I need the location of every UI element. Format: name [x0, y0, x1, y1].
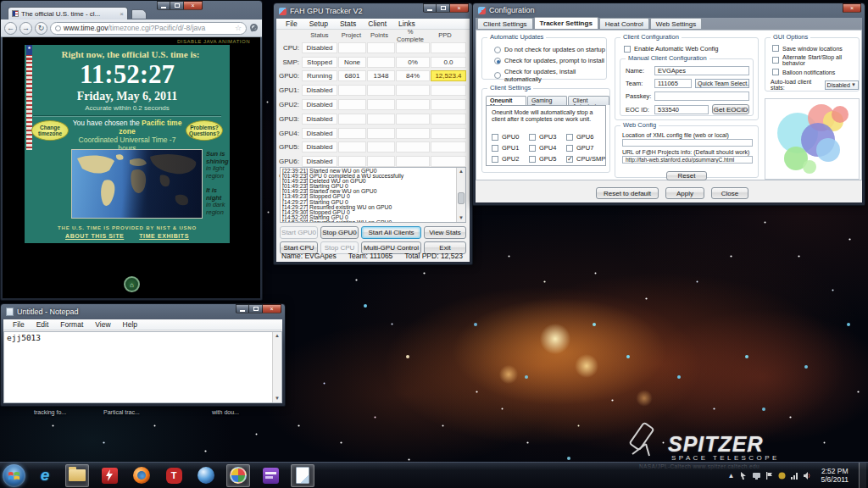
quick-team-select-dropdown[interactable]: Quick Team Select...▼ — [695, 79, 749, 88]
scroll-thumb[interactable] — [458, 192, 465, 204]
checkbox-gpu0[interactable]: GPU0 — [492, 131, 529, 142]
show-desktop-button[interactable] — [859, 463, 866, 488]
tray-update-icon[interactable] — [778, 472, 786, 480]
tray-monitor-icon[interactable] — [753, 472, 760, 480]
checkbox-save-window-locations[interactable]: Save window locations — [772, 45, 859, 52]
scroll-up-icon[interactable]: ▲ — [457, 168, 465, 175]
url-text[interactable]: www.time.gov/timezone.cgi?Pacific/d/-8/j… — [64, 24, 205, 32]
tab-tracker-settings[interactable]: Tracker Settings — [534, 17, 598, 29]
disable-java-link[interactable]: DISABLE JAVA ANIMATION — [177, 39, 250, 44]
close-button[interactable]: Close — [711, 187, 748, 199]
scroll-up-icon[interactable]: ▲ — [273, 332, 281, 340]
get-eocid-button[interactable]: Get EOCID — [712, 104, 749, 114]
checkbox-gpu6[interactable]: GPU6 — [566, 131, 605, 142]
tab-oneunit-mode[interactable]: Oneunit Mode — [486, 96, 526, 105]
scroll-down-icon[interactable]: ▼ — [457, 214, 465, 222]
tab-heat-control[interactable]: Heat Control — [599, 18, 649, 29]
checkbox-gpu2[interactable]: GPU2 — [492, 153, 529, 164]
menu-item[interactable]: File — [280, 19, 303, 28]
close-button[interactable]: × — [184, 1, 203, 10]
taskbar-internet-explorer-icon[interactable]: e — [33, 464, 57, 487]
checkbox-gpu1[interactable]: GPU1 — [492, 142, 529, 153]
minimize-button[interactable] — [157, 1, 170, 10]
notepad-titlebar[interactable]: Untitled - Notepad × — [1, 304, 285, 319]
xml-config-field[interactable] — [622, 139, 753, 147]
menu-item[interactable]: File — [7, 320, 31, 329]
taskbar-red-octagon-t-icon[interactable]: T — [162, 464, 186, 487]
stop-gpu0-button[interactable]: Stop GPU0 — [320, 226, 359, 239]
close-button[interactable]: × — [263, 304, 281, 313]
checkbox-enable-web-config[interactable]: Enable Automatic Web Config — [624, 45, 758, 53]
checkbox-gpu5[interactable]: GPU5 — [529, 153, 566, 164]
taskbar-colorful-media-icon[interactable] — [226, 464, 250, 487]
notepad-textarea[interactable]: ejj5013 ▲ ▼ — [3, 331, 282, 403]
maximize-button[interactable] — [437, 3, 450, 13]
taskbar-evga-red-lightning-icon[interactable] — [97, 464, 121, 487]
tray-action-center-flag-icon[interactable] — [765, 472, 773, 480]
minimize-button[interactable] — [423, 3, 437, 13]
taskbar-blue-globe-icon[interactable] — [194, 464, 218, 487]
fah-log-box[interactable]: ▲ ▼ [22:39:21] Started new WU on GPU0[01… — [280, 167, 466, 223]
menu-item[interactable]: Setup — [303, 19, 334, 28]
browser-titlebar[interactable]: × The official U.S. time - cl... × — [1, 1, 262, 19]
team-field[interactable]: 111065 — [654, 79, 692, 88]
tab-close-icon[interactable]: × — [120, 10, 124, 18]
name-field[interactable]: EVGApes — [654, 66, 749, 75]
checkbox-alternate-start-stop[interactable]: Alternate Start/Stop all behavior — [772, 54, 859, 66]
autoload-stats-dropdown[interactable]: Disabled▼ — [825, 80, 859, 90]
hidden-icons-chevron[interactable]: ▲ — [728, 472, 735, 480]
nist-round-icon[interactable]: ⌂ — [124, 276, 140, 292]
bookmark-star-icon[interactable]: ☆ — [235, 24, 242, 32]
radio-auto-install[interactable]: Check for updates, install automatically — [494, 68, 606, 83]
start-button[interactable] — [3, 464, 25, 487]
tab-client-settings[interactable]: Client Settings — [477, 18, 533, 29]
radio-prompt-install[interactable]: Check for updates, prompt to install — [494, 57, 606, 64]
notepad-scrollbar[interactable]: ▲ ▼ — [272, 332, 281, 402]
maximize-button[interactable] — [170, 1, 184, 10]
tray-network-icon[interactable] — [791, 472, 798, 480]
minimize-button[interactable] — [236, 304, 249, 313]
scroll-down-icon[interactable]: ▼ — [273, 395, 281, 402]
menu-item[interactable]: Help — [117, 320, 143, 329]
tray-cursor-icon[interactable] — [740, 472, 748, 480]
menu-item[interactable]: Edit — [31, 320, 55, 329]
start-all-clients-button[interactable]: Start All Clients — [361, 226, 421, 239]
tab-web-settings[interactable]: Web Settings — [650, 18, 702, 29]
address-bar[interactable]: www.time.gov/timezone.cgi?Pacific/d/-8/j… — [50, 22, 247, 35]
view-stats-button[interactable]: View Stats — [424, 226, 466, 239]
menu-item[interactable]: View — [89, 320, 116, 329]
menu-item[interactable]: Format — [54, 320, 89, 329]
projects-url-field[interactable]: http://fah-web.stanford.edu/psummaryC.ht… — [622, 156, 753, 164]
config-titlebar[interactable]: Configuration × — [473, 3, 865, 17]
radio-no-check[interactable]: Do not check for updates on startup — [494, 46, 606, 53]
checkbox-balloon-notifications[interactable]: Balloon notifications — [772, 69, 859, 75]
passkey-field[interactable] — [654, 92, 749, 101]
wrench-menu-icon[interactable] — [249, 24, 259, 33]
taskbar-notepad-icon[interactable] — [291, 464, 314, 487]
taskbar-windows-explorer-icon[interactable] — [65, 464, 89, 487]
browser-tab[interactable]: The official U.S. time - cl... × — [8, 7, 128, 19]
reset-to-default-button[interactable]: Reset to default — [596, 187, 659, 199]
problems-questions-button[interactable]: Problems?Questions? — [186, 120, 223, 141]
close-button[interactable]: × — [843, 3, 861, 13]
checkbox-gpu4[interactable]: GPU4 — [529, 142, 566, 153]
taskbar-evga-purple-icon[interactable] — [259, 464, 282, 487]
start-gpu0-button[interactable]: Start GPU0 — [280, 226, 318, 239]
menu-item[interactable]: Stats — [334, 19, 362, 28]
menu-item[interactable]: Client — [362, 19, 392, 28]
notepad-text[interactable]: ejj5013 — [4, 332, 281, 343]
tab-client-autostart[interactable]: Client Autostart — [568, 96, 609, 105]
new-tab-button[interactable] — [131, 9, 147, 19]
menu-item[interactable]: Links — [392, 19, 421, 28]
apply-button[interactable]: Apply — [665, 187, 704, 199]
tray-volume-icon[interactable] — [804, 472, 811, 480]
eoc-id-field[interactable]: 533540 — [654, 105, 709, 114]
tab-gaming-pause[interactable]: Gaming Pause — [527, 96, 568, 105]
taskbar-clock[interactable]: 2:52 PM 5/6/2011 — [816, 467, 854, 484]
close-button[interactable]: × — [450, 3, 469, 13]
log-scrollbar[interactable]: ▲ ▼ — [456, 168, 465, 222]
checkbox-gpu3[interactable]: GPU3 — [529, 131, 566, 142]
taskbar-firefox-icon[interactable] — [130, 464, 153, 487]
checkbox-gpu7[interactable]: GPU7 — [566, 142, 605, 153]
checkbox-cpu-smp[interactable]: CPU/SMP — [566, 153, 605, 164]
